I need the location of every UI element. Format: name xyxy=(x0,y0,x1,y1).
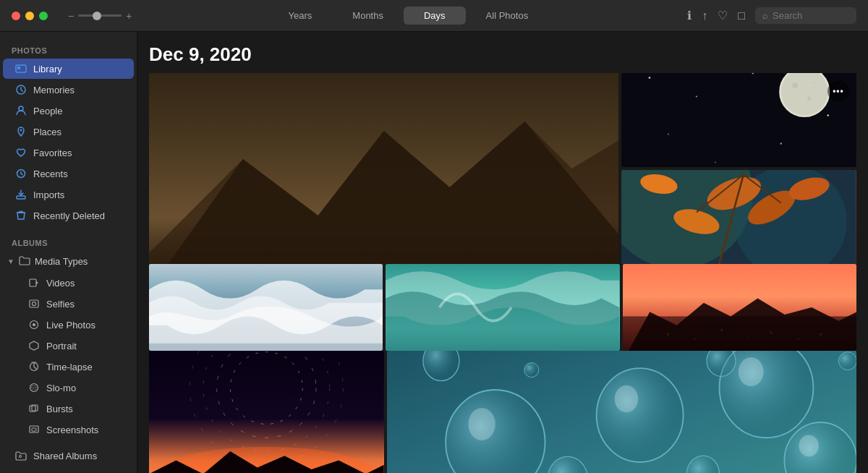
sidebar-item-library[interactable]: Library xyxy=(3,59,134,79)
sidebar-item-recently-deleted[interactable]: Recently Deleted xyxy=(3,205,134,226)
svg-point-24 xyxy=(20,456,22,458)
sidebar-item-bursts[interactable]: Bursts xyxy=(3,399,134,419)
sidebar-item-time-lapse[interactable]: Time-lapse xyxy=(3,357,134,377)
svg-rect-6 xyxy=(17,196,25,199)
search-input[interactable] xyxy=(773,10,849,21)
videos-icon xyxy=(27,276,41,289)
sidebar-item-memories-label: Memories xyxy=(33,85,122,95)
tab-allphotos[interactable]: All Photos xyxy=(466,7,549,25)
sidebar-item-slo-mo[interactable]: Slo-mo xyxy=(3,378,134,398)
sidebar-item-portrait[interactable]: Portrait xyxy=(3,336,134,356)
favorites-icon xyxy=(14,146,27,159)
svg-point-35 xyxy=(780,142,782,144)
info-icon[interactable]: ℹ xyxy=(687,9,692,22)
sidebar-item-slo-mo-label: Slo-mo xyxy=(46,383,122,393)
sidebar-item-imports-label: Imports xyxy=(33,189,122,200)
bursts-icon xyxy=(27,402,41,415)
sidebar-item-screenshots[interactable]: Screenshots xyxy=(3,419,134,440)
titlebar: − + Years Months Days All Photos ℹ ↑ ♡ □… xyxy=(0,0,868,32)
zoom-minus-icon[interactable]: − xyxy=(68,10,74,22)
tab-years[interactable]: Years xyxy=(268,7,333,25)
sidebar-item-memories[interactable]: Memories xyxy=(3,80,134,100)
svg-rect-8 xyxy=(30,279,36,286)
imports-icon xyxy=(14,188,27,201)
library-icon xyxy=(14,62,27,75)
sidebar-item-people[interactable]: People xyxy=(3,101,134,121)
svg-point-10 xyxy=(33,302,36,306)
svg-point-87 xyxy=(596,368,683,462)
svg-point-96 xyxy=(707,351,736,376)
screenshots-icon xyxy=(27,423,41,436)
photo-mountain[interactable] xyxy=(149,73,618,264)
photo-moon[interactable]: ••• xyxy=(621,73,856,167)
sidebar-item-favorites[interactable]: Favorites xyxy=(3,142,134,163)
live-photos-icon xyxy=(27,318,41,331)
date-header: Dec 9, 2020 xyxy=(149,43,856,66)
shared-albums-icon xyxy=(14,449,27,462)
svg-rect-22 xyxy=(30,426,38,432)
sidebar-item-shared-albums-label: Shared Albums xyxy=(33,451,122,461)
recently-deleted-icon xyxy=(14,209,27,222)
photo-ocean-teal[interactable] xyxy=(386,264,619,351)
selfies-icon xyxy=(27,297,41,310)
sidebar-item-recents[interactable]: Recents xyxy=(3,163,134,184)
slideshow-icon[interactable]: □ xyxy=(738,9,745,22)
sidebar-item-videos[interactable]: Videos xyxy=(3,273,134,293)
svg-point-40 xyxy=(807,97,811,101)
sidebar-item-shared-albums[interactable]: Shared Albums xyxy=(3,446,134,466)
sidebar-item-portrait-label: Portrait xyxy=(46,341,122,351)
more-options-button[interactable]: ••• xyxy=(827,80,849,102)
close-button[interactable] xyxy=(12,12,20,20)
photo-ocean-waves[interactable] xyxy=(149,264,383,351)
sidebar-item-places[interactable]: Places xyxy=(3,122,134,142)
traffic-lights xyxy=(0,12,59,20)
svg-point-39 xyxy=(793,82,799,88)
photo-city-sunset[interactable] xyxy=(623,264,856,351)
svg-point-33 xyxy=(827,114,830,116)
fullscreen-button[interactable] xyxy=(39,12,48,20)
heart-icon[interactable]: ♡ xyxy=(718,9,728,22)
folder-icon xyxy=(19,255,30,268)
svg-point-86 xyxy=(468,408,495,440)
sidebar-item-selfies[interactable]: Selfies xyxy=(3,294,134,314)
zoom-slider-thumb xyxy=(93,12,101,20)
sidebar-item-people-label: People xyxy=(33,106,122,116)
svg-point-29 xyxy=(649,77,651,79)
share-icon[interactable]: ↑ xyxy=(702,9,707,22)
tab-days[interactable]: Days xyxy=(404,7,466,25)
sidebar-item-imports[interactable]: Imports xyxy=(3,184,134,205)
svg-point-12 xyxy=(33,323,35,326)
nav-tabs: Years Months Days All Photos xyxy=(140,7,676,25)
svg-point-34 xyxy=(668,134,669,135)
photo-star-trail[interactable] xyxy=(149,351,384,473)
photo-leaves[interactable] xyxy=(621,170,856,264)
svg-point-99 xyxy=(838,352,856,370)
photos-section-label: Photos xyxy=(0,41,137,58)
zoom-controls: − + xyxy=(59,10,140,22)
toolbar-right: ℹ ↑ ♡ □ ⌕ xyxy=(676,7,868,24)
main-content: Photos Library Memories People Places xyxy=(0,32,868,473)
svg-point-90 xyxy=(738,357,763,386)
tab-months[interactable]: Months xyxy=(332,7,404,25)
zoom-plus-icon[interactable]: + xyxy=(126,10,132,22)
minimize-button[interactable] xyxy=(25,12,34,20)
sidebar-item-screenshots-label: Screenshots xyxy=(46,425,122,435)
recents-icon xyxy=(14,167,27,180)
chevron-down-icon: ▼ xyxy=(7,257,14,265)
svg-rect-1 xyxy=(17,67,20,69)
places-icon xyxy=(14,125,27,138)
svg-rect-9 xyxy=(30,300,38,307)
sidebar-item-live-photos-label: Live Photos xyxy=(46,320,122,331)
svg-point-30 xyxy=(696,95,697,97)
sidebar-item-favorites-label: Favorites xyxy=(33,148,122,158)
search-bar[interactable]: ⌕ xyxy=(755,7,856,24)
svg-marker-13 xyxy=(30,341,38,350)
photo-water-drops[interactable] xyxy=(387,351,856,473)
portrait-icon xyxy=(27,339,41,352)
sidebar: Photos Library Memories People Places xyxy=(0,32,137,473)
sidebar-item-live-photos[interactable]: Live Photos xyxy=(3,315,134,335)
svg-point-41 xyxy=(813,81,816,84)
photo-area: Dec 9, 2020 xyxy=(137,32,868,473)
media-types-group[interactable]: ▼ Media Types xyxy=(3,251,134,272)
zoom-slider[interactable] xyxy=(78,14,122,17)
